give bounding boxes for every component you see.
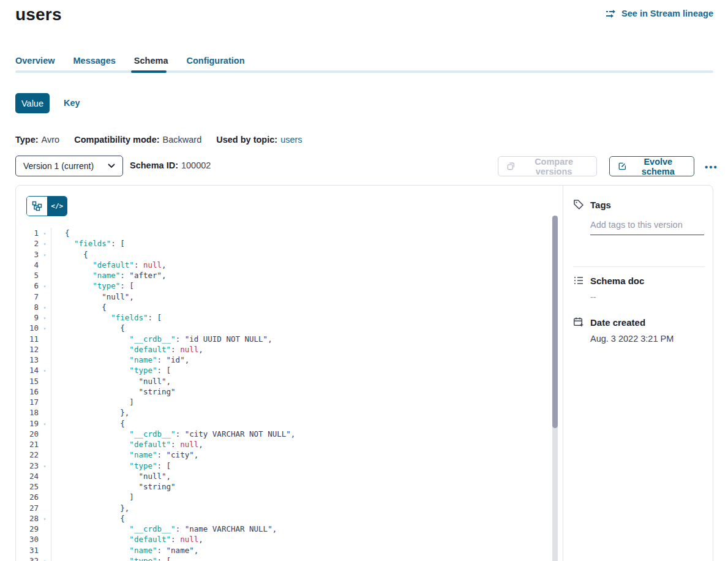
code-line: 27 }, xyxy=(16,503,552,513)
type-label: Type: xyxy=(15,135,39,145)
code-text: "default": null, xyxy=(51,260,167,270)
more-options-button[interactable]: ••• xyxy=(702,157,721,176)
code-text: { xyxy=(51,323,125,333)
code-text: "__crdb__": "name VARCHAR NULL", xyxy=(51,524,277,534)
line-number: 20 xyxy=(16,429,39,439)
code-editor: 1▾{2▾ "fields": [3▾ {4 "default": null,5… xyxy=(16,228,552,561)
code-line: 11 "__crdb__": "id UUID NOT NULL", xyxy=(16,334,552,344)
code-text: { xyxy=(51,249,88,260)
version-select[interactable]: Version 1 (current) xyxy=(15,156,123,176)
code-text: ] xyxy=(51,397,134,407)
line-number: 7 xyxy=(16,292,39,302)
code-text: { xyxy=(51,228,70,238)
stream-lineage-icon xyxy=(606,9,617,18)
editor-scrollbar-thumb[interactable] xyxy=(552,216,558,428)
code-text: "string" xyxy=(51,481,176,492)
stream-lineage-label: See in Stream lineage xyxy=(621,9,713,18)
code-line: 16 "string" xyxy=(16,386,552,397)
fold-toggle-icon[interactable]: ▾ xyxy=(39,365,51,375)
code-text: "fields": [ xyxy=(51,238,125,249)
line-number: 19 xyxy=(16,418,39,429)
active-tab-indicator xyxy=(131,70,167,73)
fold-toggle-icon[interactable]: ▾ xyxy=(39,323,51,333)
code-line: 10▾ { xyxy=(16,323,552,333)
copy-icon xyxy=(507,162,515,171)
fold-toggle-icon[interactable]: ▾ xyxy=(39,228,51,238)
list-icon xyxy=(573,275,584,286)
tab-overview[interactable]: Overview xyxy=(15,56,55,69)
line-number: 17 xyxy=(16,397,39,407)
code-line: 23▾ "type": [ xyxy=(16,461,552,471)
type-value: Avro xyxy=(42,135,60,145)
compatibility-value: Backward xyxy=(163,135,202,145)
schema-id-field: Schema ID:100002 xyxy=(130,160,211,170)
fold-spacer xyxy=(39,386,51,397)
line-number: 14 xyxy=(16,365,39,375)
edit-icon xyxy=(618,162,626,171)
fold-toggle-icon[interactable]: ▾ xyxy=(39,280,51,291)
line-number: 5 xyxy=(16,270,39,280)
line-number: 16 xyxy=(16,386,39,397)
schema-id-label: Schema ID: xyxy=(130,160,178,170)
tags-section: Tags xyxy=(573,199,704,235)
line-number: 2 xyxy=(16,238,39,249)
fold-toggle-icon[interactable]: ▾ xyxy=(39,461,51,471)
code-text: }, xyxy=(51,503,129,513)
editor-view-toggle: </> xyxy=(26,196,67,216)
evolve-schema-label: Evolve schema xyxy=(631,157,685,176)
line-number: 10 xyxy=(16,323,39,333)
fold-toggle-icon[interactable]: ▾ xyxy=(39,312,51,323)
calendar-icon xyxy=(573,317,584,328)
topic-link[interactable]: users xyxy=(280,135,302,145)
code-line: 26 ] xyxy=(16,492,552,502)
code-text: "name": "city", xyxy=(51,450,198,460)
sidebar-divider xyxy=(573,266,705,267)
tab-schema[interactable]: Schema xyxy=(134,56,168,69)
code-view-button[interactable]: </> xyxy=(47,197,67,216)
fold-toggle-icon[interactable]: ▾ xyxy=(39,238,51,249)
fold-toggle-icon[interactable]: ▾ xyxy=(39,555,51,561)
code-text: { xyxy=(51,513,125,524)
fold-spacer xyxy=(39,407,51,418)
fold-spacer xyxy=(39,545,51,555)
compare-versions-button[interactable]: Compare versions xyxy=(498,156,597,176)
fold-spacer xyxy=(39,344,51,355)
key-toggle-link[interactable]: Key xyxy=(64,98,80,108)
line-number: 6 xyxy=(16,280,39,291)
schema-sidebar: Tags Schema doc -- xyxy=(563,186,714,561)
compatibility-field: Compatibility mode:Backward xyxy=(74,135,201,145)
fold-toggle-icon[interactable]: ▾ xyxy=(39,302,51,312)
version-select-value: Version 1 (current) xyxy=(23,161,103,171)
tags-input[interactable] xyxy=(590,219,704,235)
line-number: 24 xyxy=(16,471,39,481)
fold-spacer xyxy=(39,471,51,481)
fold-spacer xyxy=(39,376,51,386)
line-number: 8 xyxy=(16,302,39,312)
tags-heading: Tags xyxy=(590,200,611,210)
code-line: 5 "name": "after", xyxy=(16,270,552,280)
tab-messages[interactable]: Messages xyxy=(73,56,116,69)
stream-lineage-link[interactable]: See in Stream lineage xyxy=(606,9,713,18)
evolve-schema-button[interactable]: Evolve schema xyxy=(609,156,694,176)
line-number: 29 xyxy=(16,524,39,534)
page-title: users xyxy=(15,5,62,24)
code-line: 18 }, xyxy=(16,407,552,418)
fold-spacer xyxy=(39,260,51,270)
fold-toggle-icon[interactable]: ▾ xyxy=(39,513,51,524)
tree-view-button[interactable] xyxy=(27,197,47,216)
line-number: 18 xyxy=(16,407,39,418)
code-text: "default": null, xyxy=(51,344,203,355)
chevron-down-icon xyxy=(108,164,115,168)
fold-toggle-icon[interactable]: ▾ xyxy=(39,418,51,429)
fold-toggle-icon[interactable]: ▾ xyxy=(39,249,51,260)
code-line: 2▾ "fields": [ xyxy=(16,238,552,249)
code-line: 12 "default": null, xyxy=(16,344,552,355)
line-number: 31 xyxy=(16,545,39,555)
line-number: 23 xyxy=(16,461,39,471)
value-toggle-button[interactable]: Value xyxy=(15,93,50,113)
tab-configuration[interactable]: Configuration xyxy=(186,56,244,69)
code-line: 19▾ { xyxy=(16,418,552,429)
line-number: 13 xyxy=(16,355,39,365)
code-line: 28▾ { xyxy=(16,513,552,524)
fold-spacer xyxy=(39,534,51,544)
